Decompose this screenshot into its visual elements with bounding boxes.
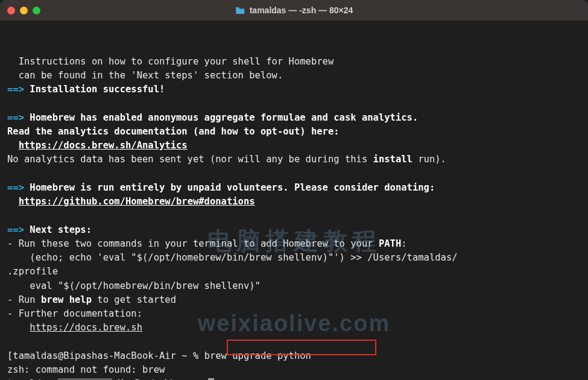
analytics-link[interactable]: https://docs.brew.sh/Analytics <box>19 140 188 151</box>
next-steps-heading: Next steps: <box>24 224 92 235</box>
arrow-marker: ==> <box>7 224 24 235</box>
text-line: (echo; echo 'eval "$(/opt/homebrew/bin/b… <box>7 252 458 263</box>
docs-link[interactable]: https://docs.brew.sh <box>30 322 142 333</box>
text-bold: install <box>373 154 413 165</box>
error-text: zsh: command not found: brew <box>7 364 165 375</box>
arrow-marker: ==> <box>7 84 24 95</box>
window-title: tamaldas — -zsh — 80×24 <box>250 4 353 17</box>
text-line: Instructions on how to configure your sh… <box>7 56 334 67</box>
minimize-button[interactable] <box>20 7 28 14</box>
arrow-marker: ==> <box>7 112 24 123</box>
text-line: can be found in the 'Next steps' section… <box>7 70 283 81</box>
text-line: - Further documentation: <box>7 308 142 319</box>
text-bold: PATH <box>379 238 401 249</box>
text-line: run). <box>413 154 446 165</box>
text-line: - Run these two commands in your termina… <box>7 238 379 249</box>
text-line: No analytics data has been sent yet (nor… <box>7 154 373 165</box>
text-line: to get started <box>92 294 176 305</box>
arrow-marker: ==> <box>7 182 24 193</box>
folder-icon <box>235 7 245 14</box>
analytics-heading: Homebrew has enabled anonymous aggregate… <box>24 112 418 123</box>
volunteers-heading: Homebrew is run entirely by unpaid volun… <box>24 182 435 193</box>
text-line: : <box>401 238 406 249</box>
window-titlebar: tamaldas — -zsh — 80×24 <box>0 0 588 21</box>
text-bold: brew help <box>41 294 92 305</box>
close-button[interactable] <box>7 7 15 14</box>
text-line: - Run <box>7 294 41 305</box>
terminal-content[interactable]: 电脑搭建教程 weixiaolive.com Instructions on h… <box>0 21 588 380</box>
text-line: eval "$(/opt/homebrew/bin/brew shellenv)… <box>7 280 261 291</box>
window-title-container: tamaldas — -zsh — 80×24 <box>235 4 353 17</box>
maximize-button[interactable] <box>33 7 40 14</box>
traffic-lights <box>7 7 40 14</box>
prompt-text: [tamaldas@Bipashas-MacBook-Air ~ % <box>7 350 204 361</box>
text-line: Read the analytics documentation (and ho… <box>7 126 340 137</box>
install-success: Installation successful! <box>24 84 165 95</box>
donate-link[interactable]: https://github.com/Homebrew/brew#donatio… <box>19 196 255 207</box>
svg-rect-0 <box>236 7 239 8</box>
command-text: brew upgrade python <box>204 350 311 361</box>
text-line: .zprofile <box>7 266 58 277</box>
